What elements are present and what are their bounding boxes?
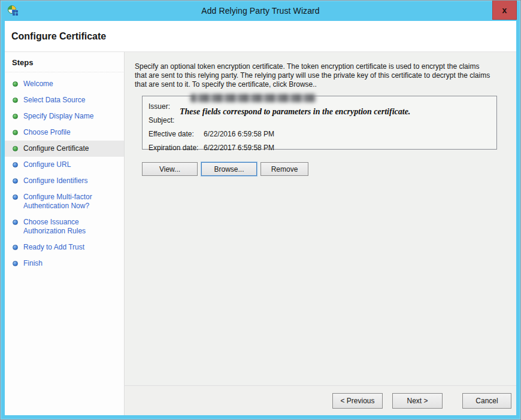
step-status-bullet-icon	[13, 130, 18, 135]
step-label: Finish	[23, 259, 43, 268]
step-label: Welcome	[23, 80, 53, 89]
window-title: Add Relying Party Trust Wizard	[5, 6, 516, 16]
expiration-date-label: Expiration date:	[149, 144, 204, 152]
certificate-actions: View... Browse... Remove	[142, 162, 502, 176]
effective-date-label: Effective date:	[149, 130, 204, 138]
step-label: Specify Display Name	[23, 112, 93, 121]
titlebar: Add Relying Party Trust Wizard x	[5, 1, 516, 21]
steps-heading: Steps	[5, 56, 123, 72]
wizard-window: Add Relying Party Trust Wizard x Configu…	[0, 0, 521, 420]
step-status-bullet-icon	[13, 261, 18, 266]
close-button[interactable]: x	[492, 1, 517, 20]
step-label: Ready to Add Trust	[23, 243, 84, 252]
step-status-bullet-icon	[13, 98, 18, 103]
step-status-bullet-icon	[13, 245, 18, 250]
close-icon: x	[502, 5, 507, 15]
sidebar-item-choose-profile: Choose Profile	[5, 124, 124, 141]
issuer-value-redacted	[190, 94, 316, 102]
step-status-bullet-icon	[13, 178, 18, 184]
sidebar-item-choose-issuance-authorization-rules: Choose Issuance Authorization Rules	[5, 214, 124, 239]
remove-button[interactable]: Remove	[260, 162, 308, 176]
sidebar-item-ready-to-add-trust: Ready to Add Trust	[5, 239, 124, 255]
main-panel: Specify an optional token encryption cer…	[125, 52, 516, 415]
step-label: Configure Identifiers	[23, 176, 87, 185]
sidebar-item-configure-identifiers: Configure Identifiers	[5, 173, 124, 189]
page-title: Configure Certificate	[11, 31, 106, 42]
annotation-note: These fields correspond to parameters in…	[180, 106, 491, 117]
sidebar-item-configure-url: Configure URL	[5, 157, 124, 173]
certificate-details-box: These fields correspond to parameters in…	[142, 96, 497, 150]
expiration-date-value: 6/22/2017 6:59:58 PM	[204, 144, 274, 152]
step-status-bullet-icon	[13, 162, 18, 168]
step-label: Configure URL	[23, 160, 71, 169]
effective-date-row: Effective date: 6/22/2016 6:59:58 PM	[149, 127, 496, 141]
browse-button[interactable]: Browse...	[201, 162, 257, 176]
step-label: Choose Profile	[23, 128, 71, 137]
steps-list: Welcome Select Data Source Specify Displ…	[5, 72, 124, 272]
step-status-bullet-icon	[13, 81, 18, 87]
step-status-bullet-icon	[13, 146, 18, 151]
window-body: Configure Certificate Steps Welcome Sele…	[5, 21, 516, 415]
effective-date-value: 6/22/2016 6:59:58 PM	[204, 130, 274, 138]
sidebar-item-configure-certificate: Configure Certificate	[5, 141, 124, 157]
sidebar-item-finish: Finish	[5, 255, 124, 272]
step-label: Configure Multi-factor Authentication No…	[23, 193, 119, 211]
step-status-bullet-icon	[13, 194, 18, 200]
sidebar-item-select-data-source: Select Data Source	[5, 92, 124, 108]
page-header: Configure Certificate	[5, 21, 516, 52]
step-label: Select Data Source	[23, 96, 85, 105]
view-button[interactable]: View...	[142, 162, 198, 176]
next-button[interactable]: Next >	[392, 393, 443, 409]
steps-sidebar: Steps Welcome Select Data Source Specify…	[5, 52, 125, 415]
page-description: Specify an optional token encryption cer…	[135, 62, 492, 89]
expiration-date-row: Expiration date: 6/22/2017 6:59:58 PM	[149, 141, 496, 154]
step-label: Choose Issuance Authorization Rules	[23, 218, 119, 236]
step-status-bullet-icon	[13, 114, 18, 119]
sidebar-item-specify-display-name: Specify Display Name	[5, 108, 124, 124]
wizard-footer: < Previous Next > Cancel	[125, 385, 516, 415]
previous-button[interactable]: < Previous	[332, 393, 383, 409]
step-status-bullet-icon	[13, 220, 18, 225]
cancel-button[interactable]: Cancel	[462, 393, 511, 409]
step-label: Configure Certificate	[23, 144, 89, 153]
sidebar-item-configure-multi-factor-authentication-now: Configure Multi-factor Authentication No…	[5, 189, 124, 214]
adfs-app-icon	[7, 5, 19, 17]
sidebar-item-welcome: Welcome	[5, 76, 124, 92]
